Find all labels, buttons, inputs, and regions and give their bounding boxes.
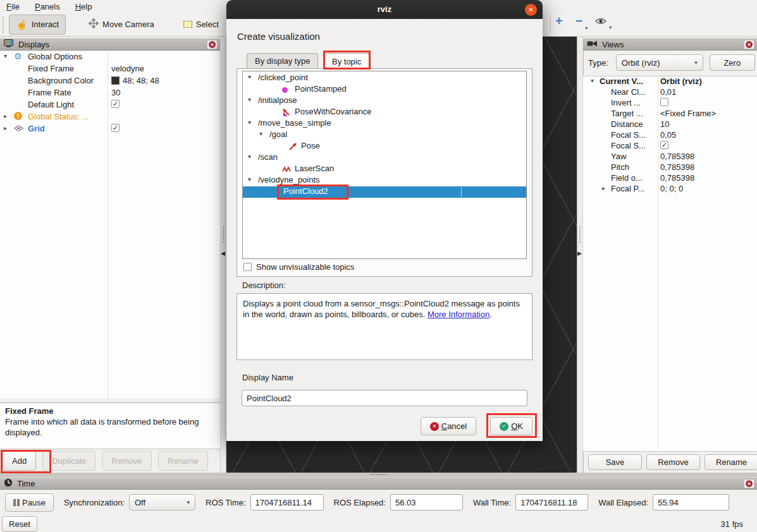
expander-open-icon[interactable]: ▾ <box>248 73 251 80</box>
expander-open-icon[interactable]: ▾ <box>248 96 251 103</box>
time-field-input[interactable]: 55.94 <box>653 494 729 511</box>
collapse-right-icon[interactable]: ▶ <box>577 250 582 257</box>
property-value[interactable]: 48; 48; 48 <box>111 76 159 85</box>
property-value[interactable]: 0,05 <box>660 130 676 140</box>
save-view-button[interactable]: Save <box>588 454 642 470</box>
displays-row-frame-rate[interactable]: Frame Rate30 <box>0 87 220 99</box>
property-value[interactable]: <Fixed Frame> <box>660 109 716 118</box>
display-name-input[interactable]: PointCloud2 <box>242 390 527 406</box>
chevron-down-icon[interactable]: ▾ <box>609 25 612 30</box>
expander-open-icon[interactable]: ▾ <box>591 77 594 84</box>
expander-open-icon[interactable]: ▾ <box>248 176 251 183</box>
property-value[interactable]: 0,785398 <box>660 152 694 161</box>
views-row-current-v-[interactable]: ▾Current V...Orbit (rviz) <box>583 76 757 87</box>
time-field-input[interactable]: 56.03 <box>390 494 463 511</box>
remove-view-button[interactable]: Remove <box>646 454 700 470</box>
toolbar-eye-button[interactable]: ▾ <box>595 17 606 27</box>
tab-by-display-type[interactable]: By display type <box>247 53 318 69</box>
property-value[interactable]: 10 <box>660 119 669 129</box>
tab-by-topic[interactable]: By topic <box>324 53 369 70</box>
expander-open-icon[interactable]: ▾ <box>259 130 262 137</box>
displays-row-grid[interactable]: ▸Grid <box>0 123 220 135</box>
displays-row-default-light[interactable]: Default Light <box>0 99 220 111</box>
add-button[interactable]: Add <box>3 451 36 471</box>
views-type-select[interactable]: Orbit (rviz) ▾ <box>616 54 703 71</box>
displays-column-divider[interactable] <box>108 51 108 398</box>
topic-row--clicked-point[interactable]: ▾/clicked_point <box>243 73 526 84</box>
dialog-titlebar[interactable]: rviz ✕ <box>226 0 543 19</box>
rename-view-button[interactable]: Rename <box>705 454 757 470</box>
property-value[interactable]: 0,01 <box>660 87 676 97</box>
property-value[interactable]: 30 <box>111 88 120 97</box>
property-value[interactable] <box>660 98 668 106</box>
chevron-down-icon[interactable]: ▾ <box>585 25 588 31</box>
property-value[interactable]: Orbit (rviz) <box>660 76 702 86</box>
pause-button[interactable]: Pause <box>5 493 54 512</box>
topic-row-laserscan[interactable]: LaserScan <box>243 164 526 175</box>
expander-open-icon[interactable]: ▾ <box>4 52 7 59</box>
topic-row-posewithcovariance[interactable]: PoseWithCovariance <box>243 107 526 118</box>
menu-file[interactable]: File <box>6 2 20 11</box>
left-panel-splitter[interactable]: ◀ <box>220 37 226 473</box>
topic-row--scan[interactable]: ▾/scan <box>243 152 526 164</box>
topic-row--initialpose[interactable]: ▾/initialpose <box>243 95 526 107</box>
views-column-divider[interactable] <box>658 76 658 452</box>
checkbox[interactable] <box>660 98 668 106</box>
menu-help[interactable]: Help <box>75 2 92 11</box>
topic-row-pose[interactable]: Pose <box>243 141 526 152</box>
property-value[interactable]: 0; 0; 0 <box>660 184 683 193</box>
expander-closed-icon[interactable]: ▸ <box>602 184 605 191</box>
expander-open-icon[interactable]: ▾ <box>248 153 251 160</box>
menu-panels[interactable]: Panels <box>35 2 60 11</box>
expander-closed-icon[interactable]: ▸ <box>4 124 7 131</box>
views-row-near-cl-[interactable]: Near Cl...0,01 <box>583 87 757 98</box>
bottom-splitter[interactable] <box>0 473 757 477</box>
checkbox[interactable] <box>111 100 120 108</box>
time-field-input[interactable]: 1704716811.14 <box>250 494 324 511</box>
views-row-yaw[interactable]: Yaw0,785398 <box>583 152 757 162</box>
more-information-link[interactable]: More Information <box>428 310 489 319</box>
property-value[interactable] <box>111 100 120 108</box>
views-row-field-o-[interactable]: Field o...0,785398 <box>583 173 757 184</box>
property-value[interactable]: velodyne <box>111 64 144 73</box>
views-row-invert-[interactable]: Invert ... <box>583 98 757 109</box>
splitter-handle[interactable] <box>579 226 581 243</box>
topic-row--velodyne-points[interactable]: ▾/velodyne_points <box>243 175 526 186</box>
zero-button[interactable]: Zero <box>710 54 755 71</box>
views-row-focal-s-[interactable]: Focal S... <box>583 141 757 152</box>
ok-button[interactable]: ✓OK <box>490 417 532 435</box>
cancel-button[interactable]: ✕Cancel <box>421 417 476 435</box>
show-unvisualizable-checkbox[interactable] <box>243 263 252 271</box>
topic-row--move-base-simple[interactable]: ▾/move_base_simple <box>243 118 526 130</box>
views-row-pitch[interactable]: Pitch0,785398 <box>583 162 757 173</box>
views-row-distance[interactable]: Distance10 <box>583 119 757 130</box>
topic-row-pointstamped[interactable]: PointStamped <box>243 84 526 95</box>
toolbar-drag-handle[interactable] <box>3 16 5 33</box>
time-close-button[interactable]: ✕ <box>744 479 754 488</box>
views-row-target-[interactable]: Target ...<Fixed Frame> <box>583 109 757 119</box>
displays-row-global-status-[interactable]: ▸!Global Status: ... <box>0 111 220 123</box>
right-panel-splitter[interactable]: ▶ <box>577 37 583 473</box>
checkbox[interactable] <box>111 124 120 132</box>
tool-interact[interactable]: ☝Interact <box>9 15 66 35</box>
property-value[interactable]: 0,785398 <box>660 162 694 172</box>
checkbox[interactable] <box>660 141 668 149</box>
displays-row-background-color[interactable]: Background Color48; 48; 48 <box>0 75 220 87</box>
dialog-close-button[interactable]: ✕ <box>525 4 537 16</box>
toolbar-plus-button[interactable]: + <box>555 16 563 27</box>
views-row-focal-s-[interactable]: Focal S...0,05 <box>583 130 757 141</box>
splitter-handle[interactable] <box>223 226 224 243</box>
property-value[interactable]: 0,785398 <box>660 173 694 183</box>
tool-select[interactable]: Select <box>177 16 225 33</box>
time-field-input[interactable]: 1704716811.18 <box>515 494 588 511</box>
views-row-focal-p-[interactable]: ▸Focal P...0; 0; 0 <box>583 184 757 195</box>
displays-row-fixed-frame[interactable]: Fixed Framevelodyne <box>0 63 220 75</box>
collapse-left-icon[interactable]: ◀ <box>221 250 225 257</box>
sync-select[interactable]: Off ▾ <box>129 494 195 511</box>
toolbar-minus-button[interactable]: −▾ <box>575 16 583 27</box>
reset-button[interactable]: Reset <box>2 516 37 532</box>
topic-row--goal[interactable]: ▾/goal <box>243 130 526 141</box>
tool-move-camera[interactable]: Move Camera <box>82 15 161 34</box>
splitter-handle[interactable] <box>371 474 387 475</box>
topic-row-pointcloud2[interactable]: PointCloud2 <box>243 186 526 198</box>
